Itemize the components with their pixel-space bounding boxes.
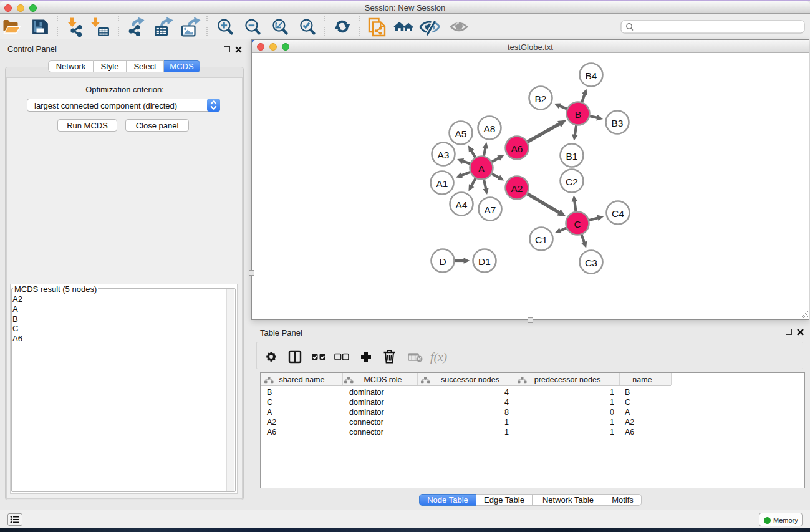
svg-text:C: C <box>574 219 581 230</box>
svg-text:MCDS role: MCDS role <box>364 375 402 384</box>
svg-text:1: 1 <box>504 428 509 437</box>
svg-text:A: A <box>478 163 485 174</box>
svg-text:A6: A6 <box>267 428 276 437</box>
svg-text:successor nodes: successor nodes <box>441 375 499 384</box>
svg-text:4: 4 <box>504 398 509 407</box>
svg-text:1: 1 <box>610 418 614 427</box>
svg-text:D1: D1 <box>478 256 491 267</box>
svg-text:0: 0 <box>610 408 614 417</box>
svg-text:B: B <box>267 388 272 397</box>
svg-text:A5: A5 <box>455 128 467 139</box>
svg-text:C2: C2 <box>566 177 578 187</box>
svg-text:C3: C3 <box>585 258 597 268</box>
svg-text:1: 1 <box>610 428 614 437</box>
svg-text:connector: connector <box>349 428 383 437</box>
svg-text:B4: B4 <box>586 70 597 81</box>
svg-text:C: C <box>625 398 630 407</box>
svg-text:A2: A2 <box>511 183 523 194</box>
svg-text:dominator: dominator <box>349 398 384 407</box>
svg-text:A7: A7 <box>485 205 496 215</box>
svg-text:B3: B3 <box>612 118 624 128</box>
svg-text:1: 1 <box>610 388 614 397</box>
svg-text:C: C <box>267 398 272 407</box>
svg-text:dominator: dominator <box>349 388 384 397</box>
svg-text:B2: B2 <box>535 94 547 104</box>
svg-text:C4: C4 <box>612 208 624 219</box>
svg-text:A: A <box>267 408 272 417</box>
svg-text:shared name: shared name <box>279 375 325 384</box>
svg-text:dominator: dominator <box>349 408 384 417</box>
svg-text:predecessor nodes: predecessor nodes <box>534 375 600 384</box>
svg-text:A4: A4 <box>456 200 468 210</box>
svg-text:A3: A3 <box>438 150 450 160</box>
svg-text:B: B <box>575 109 581 120</box>
svg-text:1: 1 <box>504 418 509 427</box>
svg-text:B1: B1 <box>566 151 578 162</box>
svg-text:A8: A8 <box>484 123 496 134</box>
svg-text:4: 4 <box>504 388 509 397</box>
svg-text:f(x): f(x) <box>430 351 447 364</box>
svg-text:1: 1 <box>610 398 614 407</box>
svg-text:D: D <box>439 256 446 267</box>
svg-text:connector: connector <box>349 418 383 427</box>
svg-text:A: A <box>625 408 630 417</box>
svg-text:name: name <box>632 375 652 384</box>
svg-text:A1: A1 <box>436 178 448 189</box>
svg-text:8: 8 <box>504 408 509 417</box>
svg-text:C1: C1 <box>535 235 547 245</box>
svg-text:B: B <box>625 388 630 397</box>
svg-text:A2: A2 <box>267 418 276 427</box>
svg-text:A6: A6 <box>511 143 523 154</box>
svg-text:A2: A2 <box>625 418 634 427</box>
svg-text:A6: A6 <box>625 428 634 437</box>
